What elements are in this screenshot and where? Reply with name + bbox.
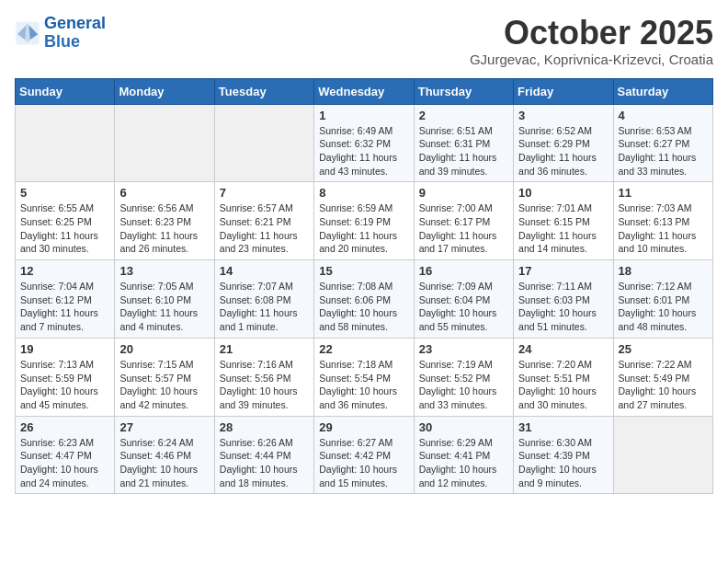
day-number: 6: [119, 186, 209, 200]
calendar-cell: 23Sunrise: 7:19 AM Sunset: 5:52 PM Dayli…: [414, 338, 513, 416]
calendar-week-row: 12Sunrise: 7:04 AM Sunset: 6:12 PM Dayli…: [16, 260, 713, 339]
day-info: Sunrise: 7:13 AM Sunset: 5:59 PM Dayligh…: [20, 358, 109, 412]
title-section: October 2025 GJurgevac, Koprivnica-Krize…: [470, 15, 713, 67]
calendar-cell: 16Sunrise: 7:09 AM Sunset: 6:04 PM Dayli…: [414, 260, 513, 339]
day-info: Sunrise: 7:05 AM Sunset: 6:10 PM Dayligh…: [119, 280, 209, 334]
calendar-cell: 2Sunrise: 6:51 AM Sunset: 6:31 PM Daylig…: [414, 104, 513, 182]
calendar-cell: 28Sunrise: 6:26 AM Sunset: 4:44 PM Dayli…: [214, 416, 313, 494]
calendar-cell: 7Sunrise: 6:57 AM Sunset: 6:21 PM Daylig…: [214, 182, 313, 260]
page-header: GeneralBlue October 2025 GJurgevac, Kopr…: [15, 15, 713, 67]
day-info: Sunrise: 6:57 AM Sunset: 6:21 PM Dayligh…: [220, 201, 309, 256]
day-number: 27: [119, 420, 209, 434]
weekday-header: Sunday: [16, 78, 115, 104]
calendar-cell: 25Sunrise: 7:22 AM Sunset: 5:49 PM Dayli…: [613, 338, 712, 416]
day-number: 9: [419, 186, 508, 200]
day-info: Sunrise: 6:53 AM Sunset: 6:27 PM Dayligh…: [619, 124, 708, 178]
calendar-cell: 14Sunrise: 7:07 AM Sunset: 6:08 PM Dayli…: [214, 260, 313, 339]
day-number: 28: [220, 420, 309, 434]
calendar-cell: 11Sunrise: 7:03 AM Sunset: 6:13 PM Dayli…: [613, 182, 712, 260]
weekday-header: Monday: [115, 78, 214, 104]
day-info: Sunrise: 6:23 AM Sunset: 4:47 PM Dayligh…: [20, 436, 109, 490]
day-info: Sunrise: 6:26 AM Sunset: 4:44 PM Dayligh…: [220, 436, 309, 490]
calendar-cell: 3Sunrise: 6:52 AM Sunset: 6:29 PM Daylig…: [514, 104, 613, 182]
calendar-cell: 30Sunrise: 6:29 AM Sunset: 4:41 PM Dayli…: [414, 416, 513, 494]
day-info: Sunrise: 6:52 AM Sunset: 6:29 PM Dayligh…: [518, 124, 608, 178]
weekday-header: Saturday: [613, 78, 712, 104]
weekday-header: Friday: [514, 78, 613, 104]
calendar-cell: 26Sunrise: 6:23 AM Sunset: 4:47 PM Dayli…: [16, 416, 115, 494]
day-number: 21: [220, 342, 309, 356]
day-number: 19: [20, 342, 109, 356]
day-number: 7: [220, 186, 309, 200]
weekday-header: Wednesday: [314, 78, 414, 104]
calendar-cell: 21Sunrise: 7:16 AM Sunset: 5:56 PM Dayli…: [214, 338, 313, 416]
calendar-week-row: 19Sunrise: 7:13 AM Sunset: 5:59 PM Dayli…: [16, 338, 713, 416]
calendar-cell: 18Sunrise: 7:12 AM Sunset: 6:01 PM Dayli…: [613, 260, 712, 339]
calendar-week-row: 1Sunrise: 6:49 AM Sunset: 6:32 PM Daylig…: [16, 104, 713, 182]
day-info: Sunrise: 6:49 AM Sunset: 6:32 PM Dayligh…: [319, 124, 408, 178]
calendar-cell: 9Sunrise: 7:00 AM Sunset: 6:17 PM Daylig…: [414, 182, 513, 260]
day-number: 2: [419, 109, 508, 122]
calendar-cell: 22Sunrise: 7:18 AM Sunset: 5:54 PM Dayli…: [314, 338, 414, 416]
day-info: Sunrise: 7:07 AM Sunset: 6:08 PM Dayligh…: [220, 280, 309, 334]
logo-icon: [15, 20, 40, 46]
day-info: Sunrise: 7:03 AM Sunset: 6:13 PM Dayligh…: [619, 201, 708, 256]
calendar-cell: [115, 104, 214, 182]
calendar-cell: 8Sunrise: 6:59 AM Sunset: 6:19 PM Daylig…: [314, 182, 414, 260]
calendar-cell: 17Sunrise: 7:11 AM Sunset: 6:03 PM Dayli…: [514, 260, 613, 339]
day-number: 15: [319, 264, 408, 278]
calendar-cell: 13Sunrise: 7:05 AM Sunset: 6:10 PM Dayli…: [115, 260, 214, 339]
day-info: Sunrise: 7:22 AM Sunset: 5:49 PM Dayligh…: [619, 358, 708, 412]
day-number: 22: [319, 342, 408, 356]
calendar-cell: 1Sunrise: 6:49 AM Sunset: 6:32 PM Daylig…: [314, 104, 414, 182]
calendar-cell: 6Sunrise: 6:56 AM Sunset: 6:23 PM Daylig…: [115, 182, 214, 260]
calendar-subtitle: GJurgevac, Koprivnica-Krizevci, Croatia: [470, 52, 713, 67]
day-info: Sunrise: 6:27 AM Sunset: 4:42 PM Dayligh…: [319, 436, 408, 490]
day-info: Sunrise: 7:04 AM Sunset: 6:12 PM Dayligh…: [20, 280, 109, 334]
calendar-cell: 24Sunrise: 7:20 AM Sunset: 5:51 PM Dayli…: [514, 338, 613, 416]
day-number: 14: [220, 264, 309, 278]
day-number: 13: [119, 264, 209, 278]
day-number: 31: [518, 420, 608, 434]
day-number: 25: [619, 342, 708, 356]
day-number: 1: [319, 109, 408, 122]
weekday-header: Tuesday: [214, 78, 313, 104]
day-number: 26: [20, 420, 109, 434]
calendar-cell: 10Sunrise: 7:01 AM Sunset: 6:15 PM Dayli…: [514, 182, 613, 260]
day-number: 18: [619, 264, 708, 278]
calendar-cell: 15Sunrise: 7:08 AM Sunset: 6:06 PM Dayli…: [314, 260, 414, 339]
day-info: Sunrise: 7:08 AM Sunset: 6:06 PM Dayligh…: [319, 280, 408, 334]
calendar-cell: [16, 104, 115, 182]
day-info: Sunrise: 7:09 AM Sunset: 6:04 PM Dayligh…: [419, 280, 508, 334]
day-number: 20: [119, 342, 209, 356]
day-info: Sunrise: 7:16 AM Sunset: 5:56 PM Dayligh…: [220, 358, 309, 412]
day-number: 17: [518, 264, 608, 278]
day-info: Sunrise: 7:01 AM Sunset: 6:15 PM Dayligh…: [518, 201, 608, 256]
day-info: Sunrise: 6:30 AM Sunset: 4:39 PM Dayligh…: [518, 436, 608, 490]
day-info: Sunrise: 6:59 AM Sunset: 6:19 PM Dayligh…: [319, 201, 408, 256]
calendar-title: October 2025: [470, 15, 713, 52]
calendar-table: SundayMondayTuesdayWednesdayThursdayFrid…: [15, 78, 713, 495]
day-info: Sunrise: 6:24 AM Sunset: 4:46 PM Dayligh…: [119, 436, 209, 490]
calendar-cell: 20Sunrise: 7:15 AM Sunset: 5:57 PM Dayli…: [115, 338, 214, 416]
header-row: SundayMondayTuesdayWednesdayThursdayFrid…: [16, 78, 713, 104]
day-info: Sunrise: 7:20 AM Sunset: 5:51 PM Dayligh…: [518, 358, 608, 412]
calendar-cell: [613, 416, 712, 494]
day-number: 8: [319, 186, 408, 200]
day-number: 30: [419, 420, 508, 434]
weekday-header: Thursday: [414, 78, 513, 104]
day-number: 12: [20, 264, 109, 278]
day-number: 23: [419, 342, 508, 356]
day-info: Sunrise: 7:12 AM Sunset: 6:01 PM Dayligh…: [619, 280, 708, 334]
day-info: Sunrise: 6:55 AM Sunset: 6:25 PM Dayligh…: [20, 201, 109, 256]
calendar-week-row: 26Sunrise: 6:23 AM Sunset: 4:47 PM Dayli…: [16, 416, 713, 494]
day-info: Sunrise: 6:29 AM Sunset: 4:41 PM Dayligh…: [419, 436, 508, 490]
calendar-cell: 12Sunrise: 7:04 AM Sunset: 6:12 PM Dayli…: [16, 260, 115, 339]
day-info: Sunrise: 7:11 AM Sunset: 6:03 PM Dayligh…: [518, 280, 608, 334]
calendar-cell: 29Sunrise: 6:27 AM Sunset: 4:42 PM Dayli…: [314, 416, 414, 494]
day-info: Sunrise: 6:51 AM Sunset: 6:31 PM Dayligh…: [419, 124, 508, 178]
calendar-cell: 4Sunrise: 6:53 AM Sunset: 6:27 PM Daylig…: [613, 104, 712, 182]
day-number: 24: [518, 342, 608, 356]
day-info: Sunrise: 6:56 AM Sunset: 6:23 PM Dayligh…: [119, 201, 209, 256]
calendar-cell: 19Sunrise: 7:13 AM Sunset: 5:59 PM Dayli…: [16, 338, 115, 416]
